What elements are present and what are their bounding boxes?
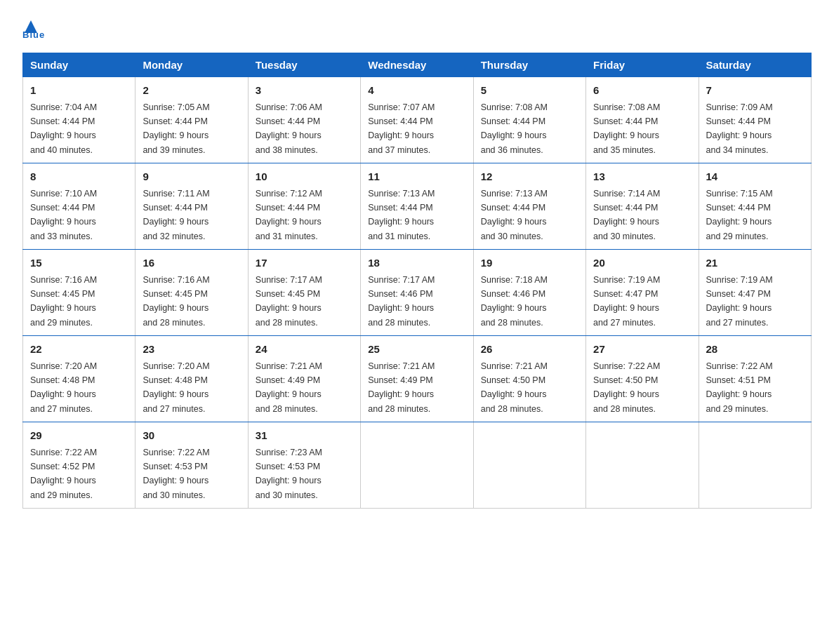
day-info: Sunrise: 7:22 AMSunset: 4:52 PMDaylight:… (30, 448, 97, 500)
calendar-week-row: 1Sunrise: 7:04 AMSunset: 4:44 PMDaylight… (23, 77, 812, 163)
calendar-cell: 16Sunrise: 7:16 AMSunset: 4:45 PMDayligh… (135, 250, 248, 336)
day-number: 18 (368, 255, 465, 271)
day-info: Sunrise: 7:17 AMSunset: 4:46 PMDaylight:… (368, 275, 435, 328)
calendar-header-row: SundayMondayTuesdayWednesdayThursdayFrid… (23, 53, 812, 77)
calendar-week-row: 22Sunrise: 7:20 AMSunset: 4:48 PMDayligh… (23, 336, 812, 422)
day-number: 28 (706, 342, 804, 358)
day-number: 19 (481, 255, 578, 271)
day-number: 2 (143, 83, 240, 99)
calendar-cell: 5Sunrise: 7:08 AMSunset: 4:44 PMDaylight… (473, 77, 585, 163)
day-number: 27 (593, 342, 691, 358)
calendar-cell: 23Sunrise: 7:20 AMSunset: 4:48 PMDayligh… (135, 336, 248, 422)
day-info: Sunrise: 7:20 AMSunset: 4:48 PMDaylight:… (30, 361, 97, 414)
day-number: 25 (368, 342, 465, 358)
calendar-cell: 7Sunrise: 7:09 AMSunset: 4:44 PMDaylight… (699, 77, 811, 163)
day-info: Sunrise: 7:05 AMSunset: 4:44 PMDaylight:… (143, 102, 209, 155)
calendar-cell: 11Sunrise: 7:13 AMSunset: 4:44 PMDayligh… (361, 163, 473, 250)
day-number: 16 (143, 255, 240, 271)
calendar-cell (361, 422, 473, 509)
day-number: 9 (143, 169, 240, 185)
header-wednesday: Wednesday (361, 53, 473, 77)
day-info: Sunrise: 7:16 AMSunset: 4:45 PMDaylight:… (30, 275, 97, 328)
calendar-cell: 12Sunrise: 7:13 AMSunset: 4:44 PMDayligh… (473, 163, 585, 250)
calendar-cell: 21Sunrise: 7:19 AMSunset: 4:47 PMDayligh… (699, 250, 811, 336)
day-number: 13 (593, 169, 691, 185)
day-number: 26 (481, 342, 578, 358)
header-tuesday: Tuesday (248, 53, 360, 77)
svg-marker-0 (25, 20, 37, 33)
calendar-cell: 1Sunrise: 7:04 AMSunset: 4:44 PMDaylight… (23, 77, 135, 163)
header-sunday: Sunday (23, 53, 135, 77)
day-info: Sunrise: 7:16 AMSunset: 4:45 PMDaylight:… (143, 275, 209, 328)
calendar-cell (473, 422, 585, 509)
calendar-cell: 29Sunrise: 7:22 AMSunset: 4:52 PMDayligh… (23, 422, 135, 509)
calendar-cell: 3Sunrise: 7:06 AMSunset: 4:44 PMDaylight… (248, 77, 360, 163)
calendar-cell: 4Sunrise: 7:07 AMSunset: 4:44 PMDaylight… (361, 77, 473, 163)
calendar-week-row: 29Sunrise: 7:22 AMSunset: 4:52 PMDayligh… (23, 422, 812, 509)
day-info: Sunrise: 7:22 AMSunset: 4:51 PMDaylight:… (706, 361, 773, 414)
day-number: 17 (256, 255, 353, 271)
day-info: Sunrise: 7:22 AMSunset: 4:50 PMDaylight:… (593, 361, 660, 414)
day-number: 30 (143, 428, 240, 444)
day-info: Sunrise: 7:17 AMSunset: 4:45 PMDaylight:… (256, 275, 322, 328)
logo: Blue (22, 17, 45, 40)
calendar-cell: 31Sunrise: 7:23 AMSunset: 4:53 PMDayligh… (248, 422, 360, 509)
day-info: Sunrise: 7:08 AMSunset: 4:44 PMDaylight:… (593, 102, 660, 155)
header-thursday: Thursday (473, 53, 585, 77)
day-info: Sunrise: 7:07 AMSunset: 4:44 PMDaylight:… (368, 102, 435, 155)
day-number: 24 (256, 342, 353, 358)
day-number: 11 (368, 169, 465, 185)
day-info: Sunrise: 7:13 AMSunset: 4:44 PMDaylight:… (481, 189, 548, 241)
calendar-cell: 18Sunrise: 7:17 AMSunset: 4:46 PMDayligh… (361, 250, 473, 336)
day-info: Sunrise: 7:06 AMSunset: 4:44 PMDaylight:… (256, 102, 322, 155)
day-number: 4 (368, 83, 465, 99)
day-number: 31 (256, 428, 353, 444)
day-number: 15 (30, 255, 128, 271)
header-friday: Friday (586, 53, 699, 77)
calendar-cell: 13Sunrise: 7:14 AMSunset: 4:44 PMDayligh… (586, 163, 699, 250)
calendar-cell: 10Sunrise: 7:12 AMSunset: 4:44 PMDayligh… (248, 163, 360, 250)
day-info: Sunrise: 7:20 AMSunset: 4:48 PMDaylight:… (143, 361, 209, 414)
day-number: 5 (481, 83, 578, 99)
page-header: Blue (22, 17, 812, 40)
day-info: Sunrise: 7:19 AMSunset: 4:47 PMDaylight:… (706, 275, 773, 328)
day-info: Sunrise: 7:14 AMSunset: 4:44 PMDaylight:… (593, 189, 660, 241)
calendar-cell: 30Sunrise: 7:22 AMSunset: 4:53 PMDayligh… (135, 422, 248, 509)
day-info: Sunrise: 7:23 AMSunset: 4:53 PMDaylight:… (256, 448, 322, 500)
day-number: 21 (706, 255, 804, 271)
day-info: Sunrise: 7:22 AMSunset: 4:53 PMDaylight:… (143, 448, 209, 500)
day-number: 6 (593, 83, 691, 99)
day-number: 20 (593, 255, 691, 271)
calendar-cell: 9Sunrise: 7:11 AMSunset: 4:44 PMDaylight… (135, 163, 248, 250)
calendar-cell: 22Sunrise: 7:20 AMSunset: 4:48 PMDayligh… (23, 336, 135, 422)
day-info: Sunrise: 7:21 AMSunset: 4:49 PMDaylight:… (368, 361, 435, 414)
day-number: 29 (30, 428, 128, 444)
calendar-cell: 27Sunrise: 7:22 AMSunset: 4:50 PMDayligh… (586, 336, 699, 422)
day-number: 14 (706, 169, 804, 185)
day-info: Sunrise: 7:08 AMSunset: 4:44 PMDaylight:… (481, 102, 548, 155)
calendar-cell: 14Sunrise: 7:15 AMSunset: 4:44 PMDayligh… (699, 163, 811, 250)
day-number: 23 (143, 342, 240, 358)
day-info: Sunrise: 7:15 AMSunset: 4:44 PMDaylight:… (706, 189, 773, 241)
day-info: Sunrise: 7:11 AMSunset: 4:44 PMDaylight:… (143, 189, 209, 241)
calendar-cell (586, 422, 699, 509)
calendar-table: SundayMondayTuesdayWednesdayThursdayFrid… (22, 53, 812, 509)
header-saturday: Saturday (699, 53, 811, 77)
day-number: 3 (256, 83, 353, 99)
day-number: 22 (30, 342, 128, 358)
day-number: 10 (256, 169, 353, 185)
calendar-cell: 25Sunrise: 7:21 AMSunset: 4:49 PMDayligh… (361, 336, 473, 422)
day-number: 7 (706, 83, 804, 99)
day-info: Sunrise: 7:10 AMSunset: 4:44 PMDaylight:… (30, 189, 97, 241)
day-info: Sunrise: 7:21 AMSunset: 4:50 PMDaylight:… (481, 361, 548, 414)
calendar-cell: 24Sunrise: 7:21 AMSunset: 4:49 PMDayligh… (248, 336, 360, 422)
calendar-cell: 2Sunrise: 7:05 AMSunset: 4:44 PMDaylight… (135, 77, 248, 163)
logo-text (22, 17, 39, 32)
day-info: Sunrise: 7:18 AMSunset: 4:46 PMDaylight:… (481, 275, 548, 328)
calendar-week-row: 8Sunrise: 7:10 AMSunset: 4:44 PMDaylight… (23, 163, 812, 250)
header-monday: Monday (135, 53, 248, 77)
calendar-cell (699, 422, 811, 509)
calendar-cell: 17Sunrise: 7:17 AMSunset: 4:45 PMDayligh… (248, 250, 360, 336)
calendar-cell: 6Sunrise: 7:08 AMSunset: 4:44 PMDaylight… (586, 77, 699, 163)
calendar-cell: 26Sunrise: 7:21 AMSunset: 4:50 PMDayligh… (473, 336, 585, 422)
